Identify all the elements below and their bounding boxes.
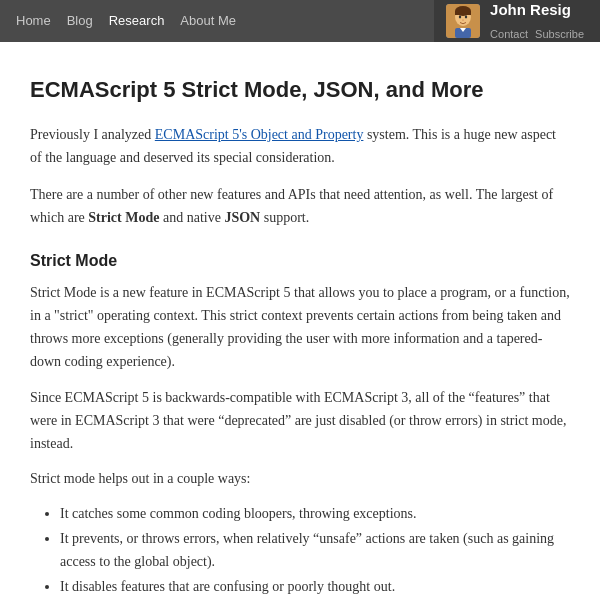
svg-rect-3 bbox=[455, 11, 471, 15]
bold-json: JSON bbox=[224, 210, 260, 225]
contact-link[interactable]: Contact bbox=[490, 28, 528, 40]
bold-strict-mode: Strict Mode bbox=[88, 210, 159, 225]
list-item: It catches some common coding bloopers, … bbox=[60, 502, 570, 525]
object-property-link[interactable]: ECMAScript 5's Object and Property bbox=[155, 127, 364, 142]
strict-mode-bullets: It catches some common coding bloopers, … bbox=[60, 502, 570, 598]
user-links: Contact Subscribe bbox=[490, 28, 588, 40]
list-item: It disables features that are confusing … bbox=[60, 575, 570, 598]
strict-mode-heading: Strict Mode bbox=[30, 248, 570, 274]
main-content: ECMAScript 5 Strict Mode, JSON, and More… bbox=[10, 42, 590, 600]
user-name: John Resig bbox=[490, 0, 588, 22]
list-item: It prevents, or throws errors, when rela… bbox=[60, 527, 570, 573]
nav-research[interactable]: Research bbox=[109, 11, 165, 32]
avatar bbox=[446, 4, 480, 38]
subscribe-link[interactable]: Subscribe bbox=[535, 28, 584, 40]
strict-mode-para1: Strict Mode is a new feature in ECMAScri… bbox=[30, 281, 570, 373]
nav-blog[interactable]: Blog bbox=[67, 11, 93, 32]
svg-point-4 bbox=[459, 16, 461, 19]
strict-mode-para2: Since ECMAScript 5 is backwards-compatib… bbox=[30, 386, 570, 455]
intro-paragraph-1: Previously I analyzed ECMAScript 5's Obj… bbox=[30, 123, 570, 169]
svg-point-6 bbox=[462, 20, 463, 21]
user-text: John Resig Contact Subscribe bbox=[490, 0, 588, 44]
nav-about[interactable]: About Me bbox=[180, 11, 236, 32]
strict-mode-para3: Strict mode helps out in a couple ways: bbox=[30, 467, 570, 490]
nav-home[interactable]: Home bbox=[16, 11, 51, 32]
page-title: ECMAScript 5 Strict Mode, JSON, and More bbox=[30, 72, 570, 107]
intro-paragraph-2: There are a number of other new features… bbox=[30, 183, 570, 229]
site-header: Home Blog Research About Me bbox=[0, 0, 600, 42]
svg-point-5 bbox=[465, 16, 467, 19]
user-info-block: John Resig Contact Subscribe bbox=[434, 0, 600, 42]
main-nav: Home Blog Research About Me bbox=[0, 0, 236, 42]
